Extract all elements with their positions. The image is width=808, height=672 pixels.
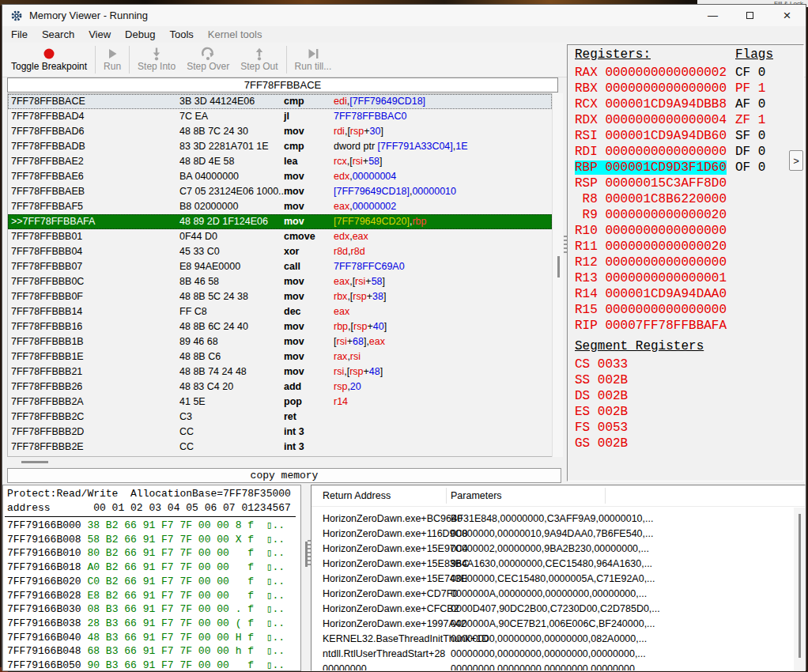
disasm-row[interactable]: 7FF78FFBBB1B89 46 68mov[rsi+68],eax: [8, 334, 552, 349]
toggle-breakpoint-button[interactable]: Toggle Breakpoint: [6, 43, 93, 77]
step-into-button[interactable]: Step Into: [132, 43, 181, 77]
register-row[interactable]: R13 0000000000000001: [575, 270, 727, 286]
disasm-row[interactable]: 7FF78FFBBB07E8 94AE0000call7FF78FFC69A0: [8, 259, 552, 274]
run-button[interactable]: Run: [98, 43, 126, 77]
menu-tools[interactable]: Tools: [162, 27, 200, 42]
disasm-row[interactable]: 7FF78FFBBB0F48 8B 5C 24 38movrbx,[rsp+38…: [8, 289, 552, 304]
segment-register-row[interactable]: SS 002B: [575, 372, 628, 388]
disasm-row[interactable]: 7FF78FFBBADB83 3D 2281A701 1Ecmpdword pt…: [8, 139, 552, 154]
register-row[interactable]: R14 000001CD9A94DAA0: [575, 286, 727, 302]
maximize-button[interactable]: [731, 5, 768, 26]
stack-row[interactable]: HorizonZeroDawn.exe+CD7F00000000A,000000…: [311, 587, 793, 602]
disassembly-horizontal-scrollbar[interactable]: [7, 457, 563, 467]
disasm-row[interactable]: 7FF78FFBBB010F44 D0cmoveedx,eax: [8, 229, 552, 244]
segment-register-row[interactable]: FS 0053: [575, 420, 628, 436]
disasm-row[interactable]: 7FF78FFBBAE6BA 04000000movedx,00000004: [8, 169, 552, 184]
flag-row[interactable]: ZF 1: [735, 112, 765, 128]
stack-row[interactable]: 0000000000000000,00000000,00000000,00000…: [311, 662, 793, 671]
stack-scrollbar[interactable]: [794, 508, 805, 670]
scrollbar-thumb[interactable]: [799, 514, 801, 658]
hex-row[interactable]: 7FF79166B040 48 B3 66 91 F7 7F 00 00 H f…: [7, 631, 285, 645]
disasm-row[interactable]: 7FF78FFBBAEBC7 05 23124E06 1000...mov[7F…: [8, 184, 552, 199]
hex-row[interactable]: 7FF79166B028 E8 B2 66 91 F7 7F 00 00 f ▯…: [7, 589, 285, 603]
flag-row[interactable]: SF 0: [735, 128, 765, 144]
stack-row[interactable]: HorizonZeroDawn.exe+CFCB20000D407,90DC2B…: [311, 602, 793, 617]
step-out-button[interactable]: Step Out: [235, 43, 283, 77]
register-row[interactable]: RBX 0000000000000000: [575, 81, 727, 96]
segment-register-row[interactable]: CS 0033: [575, 357, 628, 372]
minimize-button[interactable]: —: [694, 5, 731, 26]
register-row[interactable]: RSP 00000015C3AFF8D0: [575, 176, 727, 191]
stack-row[interactable]: HorizonZeroDawn.exe+15E83BC964A1630,0000…: [311, 557, 793, 572]
disasm-row[interactable]: 7FF78FFBBB2148 8B 74 24 48movrsi,[rsp+48…: [8, 364, 552, 379]
menu-file[interactable]: File: [4, 27, 35, 42]
register-value[interactable]: RSP 00000015C3AFF8D0: [575, 176, 727, 191]
stack-row[interactable]: KERNEL32.BaseThreadInitThunk+1D00000000,…: [311, 632, 793, 647]
disasm-row[interactable]: 7FF78FFBBB0445 33 C0xorr8d,r8d: [8, 244, 552, 259]
register-value[interactable]: R11 0000000000000020: [575, 240, 727, 254]
disasm-row[interactable]: 7FF78FFBBB2DCCint 3: [8, 425, 552, 440]
menu-view[interactable]: View: [81, 27, 118, 42]
register-row[interactable]: R12 0000000000000000: [575, 255, 727, 270]
menu-kernel-tools[interactable]: Kernel tools: [201, 27, 270, 42]
register-value[interactable]: RDI 0000000000000000: [575, 145, 727, 159]
register-row[interactable]: RSI 000001CD9A94DB60: [575, 128, 727, 144]
column-divider[interactable]: [605, 488, 606, 504]
stack-row[interactable]: HorizonZeroDawn.exe+1997A420000000A,90CE…: [311, 617, 793, 632]
scrollbar-thumb[interactable]: [21, 461, 48, 463]
stack-row[interactable]: HorizonZeroDawn.exe+BC9640BF31E848,00000…: [311, 512, 793, 527]
register-value[interactable]: RCX 000001CD9A94DBB8: [575, 97, 727, 111]
segment-register-row[interactable]: GS 002B: [575, 436, 628, 451]
register-row[interactable]: RBP 000001CD9D3F1D60: [575, 160, 727, 176]
register-row[interactable]: R10 0000000000000000: [575, 223, 727, 239]
copy-memory-button[interactable]: copy memory: [7, 468, 561, 483]
disasm-row[interactable]: 7FF78FFBBB1E48 8B C6movrax,rsi: [8, 349, 552, 364]
register-row[interactable]: RCX 000001CD9A94DBB8: [575, 96, 727, 112]
flag-row[interactable]: CF 0: [735, 65, 765, 81]
hex-row[interactable]: 7FF79166B018 A0 B2 66 91 F7 7F 00 00 f ▯…: [7, 561, 285, 575]
scrollbar-thumb[interactable]: [557, 256, 560, 277]
hex-row[interactable]: 7FF79166B020 C0 B2 66 91 F7 7F 00 00 f ▯…: [7, 575, 285, 589]
flag-row[interactable]: DF 0: [735, 144, 765, 160]
hex-row[interactable]: 7FF79166B000 38 B2 66 91 F7 7F 00 00 8 f…: [7, 519, 285, 533]
menu-search[interactable]: Search: [35, 27, 81, 42]
register-row[interactable]: R11 0000000000000020: [575, 239, 727, 255]
disassembly-scrollbar[interactable]: [552, 93, 563, 457]
flag-row[interactable]: AF 0: [735, 96, 765, 112]
register-value[interactable]: RBP 000001CD9D3F1D60: [575, 160, 727, 175]
hex-row[interactable]: 7FF79166B008 58 B2 66 91 F7 7F 00 00 X f…: [7, 533, 285, 547]
register-row[interactable]: RAX 0000000000000002: [575, 65, 727, 81]
expand-registers-button[interactable]: >: [789, 150, 803, 171]
register-value[interactable]: R10 0000000000000000: [575, 224, 727, 238]
disasm-row[interactable]: 7FF78FFBBB2CC3ret: [8, 410, 552, 425]
register-value[interactable]: R14 000001CD9A94DAA0: [575, 287, 727, 301]
register-row[interactable]: RDI 0000000000000000: [575, 144, 727, 160]
stack-row[interactable]: HorizonZeroDawn.exe+15E97C400000002,0000…: [311, 542, 793, 557]
step-over-button[interactable]: Step Over: [181, 43, 235, 77]
register-value[interactable]: R9 0000000000000020: [575, 208, 727, 222]
hex-scrollbar[interactable]: [301, 485, 311, 671]
hex-row[interactable]: 7FF79166B048 68 B3 66 91 F7 7F 00 00 h f…: [7, 644, 285, 659]
flag-row[interactable]: PF 1: [735, 81, 765, 96]
hex-row[interactable]: 7FF79166B010 80 B2 66 91 F7 7F 00 00 f ▯…: [7, 546, 285, 561]
register-row[interactable]: RIP 00007FF78FFBBAFA: [575, 318, 727, 334]
disasm-row[interactable]: 7FF78FFBBAD648 8B 7C 24 30movrdi,[rsp+30…: [8, 124, 552, 139]
register-row[interactable]: R15 0000000000000000: [575, 302, 727, 318]
register-value[interactable]: RBX 0000000000000000: [575, 81, 727, 96]
hex-row[interactable]: 7FF79166B050 90 B3 66 91 F7 7F 00 00 f ▯…: [7, 659, 285, 671]
flag-row[interactable]: OF 0: [735, 160, 765, 176]
register-value[interactable]: R15 0000000000000000: [575, 303, 727, 317]
stack-row[interactable]: ntdll.RtlUserThreadStart+2800000000,0000…: [311, 647, 793, 662]
column-parameters[interactable]: Parameters: [451, 490, 502, 501]
stack-row[interactable]: HorizonZeroDawn.exe+116D9C800000000,0000…: [311, 527, 793, 542]
register-row[interactable]: RDX 0000000000000004: [575, 112, 727, 128]
address-bar[interactable]: 7FF78FFBBACE: [7, 77, 558, 92]
hex-row[interactable]: 7FF79166B030 08 B3 66 91 F7 7F 00 00 . f…: [7, 602, 285, 617]
disasm-row[interactable]: 7FF78FFBBACE3B 3D 44124E06cmpedi,[7FF796…: [8, 94, 552, 109]
disasm-row[interactable]: 7FF78FFBBB2A41 5Epopr14: [8, 395, 552, 410]
stack-row[interactable]: HorizonZeroDawn.exe+15E743E00000000,CEC1…: [311, 572, 793, 587]
disasm-row[interactable]: 7FF78FFBBB2ECCint 3: [8, 440, 552, 455]
hex-row[interactable]: 7FF79166B038 28 B3 66 91 F7 7F 00 00 ( f…: [7, 617, 285, 631]
register-row[interactable]: R9 0000000000000020: [575, 207, 727, 223]
register-value[interactable]: R12 0000000000000000: [575, 255, 727, 270]
